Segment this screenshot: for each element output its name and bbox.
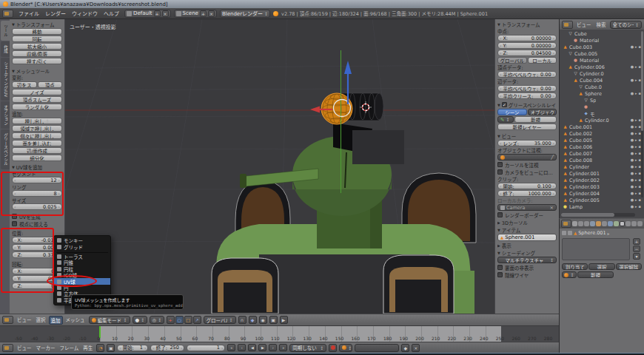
object-name-field[interactable]: ▲Sphere.001 bbox=[497, 234, 557, 241]
object-tab-icon[interactable] bbox=[596, 221, 601, 226]
render-border-row[interactable]: レンダーボーダー bbox=[497, 212, 557, 218]
menu-item[interactable]: グリッド bbox=[54, 243, 110, 249]
render-opengl-button[interactable]: ▣ bbox=[269, 316, 278, 324]
top-menu-item[interactable]: レンダー bbox=[43, 10, 68, 17]
material-tab-icon[interactable] bbox=[620, 221, 625, 226]
grease-pencil-dropdown[interactable]: ✎↕ bbox=[497, 116, 514, 123]
tool-shelf-tab[interactable]: グリースペンシル bbox=[1, 129, 10, 169]
top-menu-item[interactable]: ウィンドウ bbox=[70, 10, 100, 17]
display-mode-dropdown[interactable]: 全てのシーン↕ bbox=[610, 21, 643, 29]
slot-action-button[interactable]: 割り当て bbox=[562, 263, 588, 270]
grease-scope-button[interactable]: オブジェクト bbox=[528, 109, 557, 115]
editor-type-icon[interactable] bbox=[562, 21, 573, 29]
lock-cursor-row[interactable]: カーソルを注視 bbox=[497, 161, 557, 168]
outliner-row[interactable]: モ●▸▪ bbox=[561, 110, 643, 117]
outliner-row[interactable]: Cube.002●▸▪ bbox=[561, 130, 643, 137]
scale-manipulator-button[interactable]: □ bbox=[184, 316, 192, 324]
menu-item[interactable]: 円柱 bbox=[54, 266, 110, 272]
panel-header-add-uv-sphere[interactable]: ▼UV球を追加 bbox=[12, 163, 62, 170]
median-field[interactable]: Z:0.04500 bbox=[497, 50, 557, 56]
backface-culling-row[interactable]: 裏面の非表示 bbox=[497, 264, 557, 271]
edge-data-field[interactable]: 平均クリース:0.00 bbox=[497, 92, 557, 99]
panel-header-transform[interactable]: ▼トランスフォーム bbox=[12, 21, 62, 27]
outliner-row[interactable]: Cube.006●▸▪ bbox=[561, 143, 643, 150]
menu-item[interactable]: トーラス bbox=[54, 254, 110, 260]
checkbox[interactable] bbox=[12, 214, 17, 219]
top-menu-item[interactable]: ファイル bbox=[16, 10, 41, 17]
hidden-wire-row[interactable]: 隠線ワイヤ bbox=[497, 271, 557, 278]
outliner-row[interactable]: Sphere●▸▪ bbox=[561, 90, 643, 97]
panel-header-grease-pencil[interactable]: ▼グリースペンシルレイ bbox=[497, 101, 557, 108]
outliner-row[interactable]: Cube.003●▸▪ bbox=[561, 44, 643, 50]
median-field[interactable]: X:0.00000 bbox=[497, 35, 557, 41]
current-frame-field[interactable]: 1 bbox=[187, 345, 225, 351]
outliner-row[interactable]: Cube.005●▸▪ bbox=[561, 137, 643, 143]
outliner-row[interactable]: Lamp●▸▪ bbox=[561, 203, 643, 209]
snap-element-dropdown[interactable]: ◆ bbox=[249, 316, 257, 324]
tool-shelf-tab[interactable]: シェーディング/UV bbox=[1, 58, 10, 101]
3d-viewport[interactable]: ユーザー・透視投影 bbox=[65, 19, 494, 314]
panel-header-display[interactable]: ▶表示 bbox=[497, 242, 557, 248]
slot-action-button[interactable]: 選択 bbox=[588, 263, 614, 270]
data-tab-icon[interactable] bbox=[614, 221, 619, 226]
menu-item[interactable]: 円錐 bbox=[54, 260, 110, 266]
pin-icon[interactable] bbox=[562, 231, 566, 235]
proportional-edit-dropdown[interactable]: ◉ bbox=[259, 316, 267, 324]
vertical-scrollbar[interactable] bbox=[641, 31, 643, 197]
checkbox[interactable] bbox=[497, 162, 503, 167]
outliner-row[interactable]: Cube.008●▸▪ bbox=[561, 157, 643, 163]
render-engine-dropdown[interactable]: Blenderレンダー ↕ bbox=[220, 10, 270, 18]
tool-button[interactable]: 個々に押し出し bbox=[12, 132, 62, 139]
timeline-menu-item[interactable]: ビュー bbox=[16, 344, 33, 351]
outliner-row[interactable]: Cube.005●▸▪ bbox=[561, 50, 643, 57]
timeline-menu-item[interactable]: マーカー bbox=[35, 344, 57, 351]
render-layers-tab-icon[interactable] bbox=[578, 221, 583, 226]
tool-button[interactable]: 細分化 bbox=[12, 155, 62, 161]
auto-keyframe-button[interactable] bbox=[329, 344, 337, 352]
panel-header-3d-cursor[interactable]: ▶3Dカーソル bbox=[497, 219, 557, 226]
editor-type-icon[interactable] bbox=[2, 316, 13, 324]
new-material-button[interactable]: 新規 bbox=[577, 271, 614, 278]
jump-to-start-button[interactable]: « bbox=[227, 344, 235, 351]
sync-dropdown[interactable]: 同期しない bbox=[289, 344, 326, 352]
checkbox[interactable] bbox=[497, 272, 503, 277]
timeline-menu-item[interactable]: 再生 bbox=[81, 344, 94, 351]
add-layout-button[interactable]: + bbox=[154, 10, 161, 17]
keying-set-dropdown[interactable]: ↕ bbox=[339, 344, 352, 352]
frame-lock-button[interactable]: ▣ bbox=[107, 344, 115, 352]
jump-next-keyframe-button[interactable]: › bbox=[269, 344, 277, 351]
checkbox[interactable] bbox=[497, 212, 503, 217]
rotate-manipulator-button[interactable]: ○ bbox=[175, 316, 184, 324]
outliner-row[interactable]: Cylinder.004●▸▪ bbox=[561, 190, 643, 197]
visibility-toggles[interactable]: ●▸▪ bbox=[631, 203, 643, 209]
timeline-menu-item[interactable]: フレーム bbox=[58, 344, 81, 351]
tool-button[interactable]: 辺をス bbox=[12, 81, 37, 88]
tool-button[interactable]: 面を差し込む bbox=[12, 140, 62, 146]
pivot-dropdown[interactable]: ◎↕ bbox=[150, 316, 164, 324]
view3d-menu-item[interactable]: 追加 bbox=[49, 316, 63, 325]
value-slider[interactable]: 8 bbox=[12, 190, 62, 197]
grease-new-button[interactable]: 新規 bbox=[514, 116, 557, 123]
shading-dropdown[interactable]: ●↕ bbox=[133, 316, 147, 324]
menu-item[interactable] bbox=[56, 251, 108, 253]
outliner-row[interactable]: Cylinder.005●▸▪ bbox=[561, 197, 643, 203]
menu-item[interactable]: UV球 bbox=[54, 278, 110, 284]
top-menu-item[interactable]: ヘルプ bbox=[101, 10, 121, 17]
tool-button[interactable]: 収縮/膨張 bbox=[12, 50, 62, 57]
render-tab-icon[interactable] bbox=[572, 221, 577, 226]
checkbox[interactable] bbox=[497, 265, 503, 270]
translate-manipulator-button[interactable]: + bbox=[167, 316, 175, 324]
view3d-menu-item[interactable]: 選択 bbox=[35, 316, 47, 325]
outliner-row[interactable]: Sp●▸▪ bbox=[561, 97, 643, 104]
delete-keyframe-button[interactable]: × bbox=[412, 344, 420, 352]
render-opengl-anim-button[interactable]: ▶ bbox=[280, 316, 288, 324]
outliner-row[interactable]: Cube.0●▸▪ bbox=[561, 84, 643, 90]
delete-scene-button[interactable]: × bbox=[208, 10, 215, 17]
snap-magnet-button[interactable]: ∩ bbox=[238, 316, 246, 324]
shading-mode-dropdown[interactable]: マルチテクスチャ bbox=[497, 257, 557, 263]
extrude-button[interactable]: 押し出し↕ bbox=[12, 118, 62, 124]
checkbox[interactable] bbox=[497, 169, 503, 175]
checkbox[interactable] bbox=[12, 221, 17, 226]
menu-item[interactable]: 円 bbox=[54, 285, 110, 291]
mode-dropdown[interactable]: 編集モード↕ bbox=[89, 316, 130, 324]
